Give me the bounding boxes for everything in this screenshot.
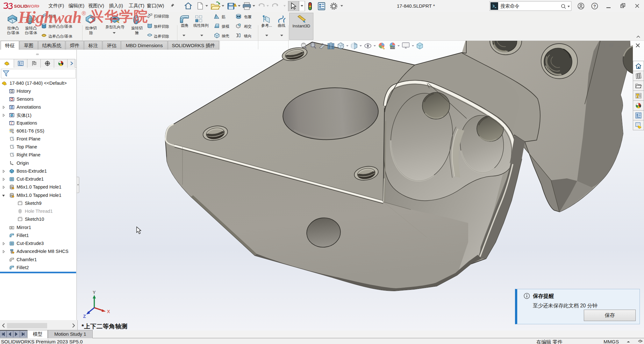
svg-text:?: ? (593, 4, 596, 9)
svg-text:Σ: Σ (11, 122, 12, 125)
svg-text:Z: Z (83, 314, 86, 319)
svg-text:!: ! (235, 4, 236, 7)
svg-text:Y: Y (93, 290, 96, 295)
svg-text:A: A (11, 106, 13, 109)
svg-text:X: X (107, 309, 110, 314)
